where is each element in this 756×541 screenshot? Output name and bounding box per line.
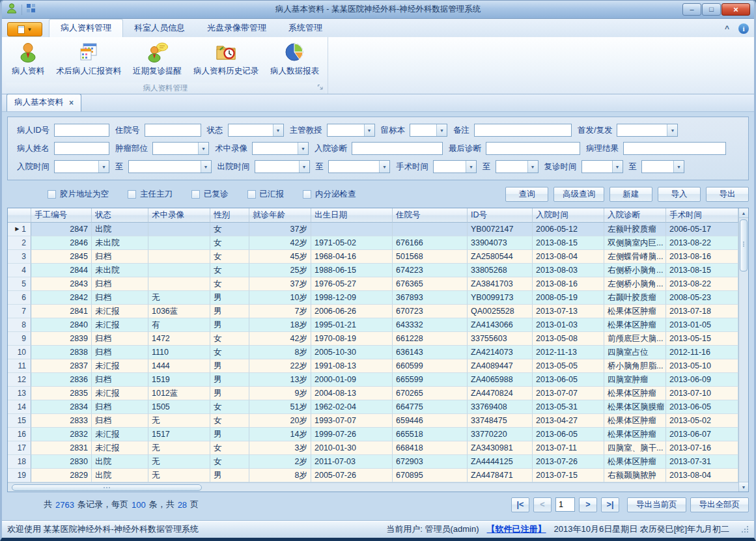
- table-row[interactable]: 112837未汇报1444男22岁1991-08-13660599ZA40894…: [8, 359, 738, 373]
- chevron-down-icon[interactable]: ▼: [612, 161, 623, 173]
- new-button[interactable]: 新建: [609, 187, 652, 202]
- chevron-down-icon[interactable]: ▼: [527, 161, 538, 173]
- intraop-video-combo-value[interactable]: [253, 143, 298, 154]
- chevron-down-icon[interactable]: ▼: [673, 161, 684, 173]
- app-menu-button[interactable]: ▼: [7, 22, 42, 36]
- table-row[interactable]: 82840未汇报有男18岁1995-01-21643332ZA414306620…: [8, 318, 738, 332]
- intraop-video-combo[interactable]: ▼: [252, 142, 309, 155]
- column-header-manual-no[interactable]: 手工编号: [31, 208, 92, 223]
- admission-date-to-combo-value[interactable]: [129, 161, 201, 173]
- surgery-date-from-combo[interactable]: ▼: [433, 160, 477, 173]
- status-combo-value[interactable]: [229, 124, 273, 136]
- table-row[interactable]: 62842归档无男10岁1998-12-09367893YB0099173200…: [8, 291, 738, 305]
- admission-diagnosis-input[interactable]: [352, 142, 443, 155]
- column-header-status[interactable]: 状态: [92, 208, 148, 223]
- checkbox-box-icon[interactable]: [191, 190, 200, 199]
- professor-combo-value[interactable]: [328, 124, 364, 136]
- admission-date-to-combo[interactable]: ▼: [128, 160, 212, 173]
- dialog-launcher-icon[interactable]: [317, 84, 324, 92]
- checkbox-film-address-empty[interactable]: 胶片地址为空: [48, 189, 109, 200]
- table-row[interactable]: 152833归档无女20岁1993-07-0765944633748475201…: [8, 414, 738, 428]
- close-tab-icon[interactable]: ×: [69, 99, 74, 107]
- prev-page-button[interactable]: <: [533, 497, 552, 512]
- table-row[interactable]: 52843归档女37岁1976-05-27676365ZA38417032013…: [8, 277, 738, 291]
- revisit-date-from-combo[interactable]: ▼: [581, 160, 623, 173]
- admission-date-from-combo-value[interactable]: [55, 161, 98, 173]
- admission-no-input[interactable]: [145, 124, 201, 137]
- export-current-page-button[interactable]: 导出当前页: [627, 497, 686, 512]
- patient-id-input[interactable]: [54, 124, 109, 137]
- scroll-up-icon[interactable]: ▲: [739, 208, 748, 218]
- checkbox-box-icon[interactable]: [128, 190, 136, 199]
- table-row[interactable]: 172831未汇报无女3岁2010-01-30668418ZA343098120…: [8, 441, 738, 455]
- chevron-down-icon[interactable]: ▼: [299, 161, 309, 173]
- table-row[interactable]: 162832未汇报1517男14岁1999-07-266655183377022…: [8, 428, 738, 441]
- ribbon-collapse-icon[interactable]: ^: [725, 24, 729, 33]
- chevron-down-icon[interactable]: ▼: [466, 161, 476, 173]
- tumor-site-combo-value[interactable]: [153, 143, 198, 154]
- horizontal-scrollbar[interactable]: [8, 482, 738, 492]
- table-row[interactable]: 32845归档女45岁1968-04-16501568ZA25805442013…: [8, 250, 738, 264]
- advanced-query-button[interactable]: 高级查询: [553, 187, 604, 202]
- discharge-date-from-combo-value[interactable]: [255, 161, 299, 173]
- final-diagnosis-input[interactable]: [486, 142, 580, 155]
- chevron-down-icon[interactable]: ▼: [298, 143, 308, 154]
- history-record-button[interactable]: 病人资料历史记录: [188, 39, 264, 79]
- help-icon[interactable]: i: [738, 23, 749, 34]
- discharge-date-from-combo[interactable]: ▼: [255, 160, 310, 173]
- column-header-intraop-video[interactable]: 术中录像: [148, 208, 210, 223]
- checkbox-endocrine-exam[interactable]: 内分泌检查: [303, 189, 356, 200]
- specimen-combo[interactable]: ▼: [410, 124, 447, 137]
- vscroll-thumb-icon[interactable]: [740, 219, 748, 271]
- column-header-surgery-date[interactable]: 手术时间: [666, 208, 738, 223]
- ribbon-tab-system[interactable]: 系统管理: [277, 20, 333, 37]
- column-header-admission-no[interactable]: 住院号: [393, 208, 468, 223]
- checkbox-box-icon[interactable]: [303, 190, 311, 199]
- minimize-button[interactable]: –: [682, 3, 701, 16]
- chevron-down-icon[interactable]: ▼: [273, 124, 283, 136]
- column-header-id-no[interactable]: ID号: [468, 208, 533, 223]
- last-page-button[interactable]: >|: [601, 497, 619, 512]
- discharge-date-to-combo[interactable]: ▼: [328, 160, 390, 173]
- surgery-date-to-combo-value[interactable]: [496, 161, 527, 173]
- import-button[interactable]: 导入: [658, 187, 701, 202]
- export-all-pages-button[interactable]: 导出全部页: [690, 497, 749, 512]
- checkbox-box-icon[interactable]: [247, 190, 256, 199]
- resize-grip-icon[interactable]: [741, 525, 749, 533]
- first-page-button[interactable]: |<: [511, 497, 529, 512]
- registered-link[interactable]: 【软件已注册】: [487, 523, 546, 535]
- column-header-row-indicator[interactable]: [8, 208, 31, 223]
- column-header-admission-diagnosis[interactable]: 入院诊断: [604, 208, 666, 223]
- scroll-down-icon[interactable]: ▼: [739, 482, 748, 492]
- vertical-scrollbar[interactable]: ▲ ▼: [738, 208, 748, 492]
- revisit-reminder-button[interactable]: 近期复诊提醒: [127, 39, 188, 79]
- checkbox-chief-as-surgeon[interactable]: 主任主刀: [128, 189, 173, 200]
- chevron-down-icon[interactable]: ▼: [436, 124, 447, 136]
- checkbox-reported[interactable]: 已汇报: [247, 189, 285, 200]
- chevron-down-icon[interactable]: ▼: [667, 124, 677, 136]
- table-row[interactable]: 42844未出院女25岁1988-06-15674223338052682013…: [8, 264, 738, 277]
- table-row[interactable]: 192829出院无男8岁2005-07-26670895ZA4478471201…: [8, 469, 738, 482]
- checkbox-revisited[interactable]: 已复诊: [191, 189, 229, 200]
- chevron-down-icon[interactable]: ▼: [364, 124, 374, 136]
- ribbon-tab-patient-data[interactable]: 病人资料管理: [49, 19, 123, 37]
- surgery-date-from-combo-value[interactable]: [434, 161, 466, 173]
- checkbox-box-icon[interactable]: [48, 190, 56, 199]
- next-page-button[interactable]: >: [579, 497, 597, 512]
- query-button[interactable]: 查询: [505, 187, 548, 202]
- maximize-button[interactable]: □: [702, 3, 721, 16]
- revisit-date-from-combo-value[interactable]: [582, 161, 612, 173]
- quick-access-icon[interactable]: [26, 3, 36, 16]
- table-row[interactable]: 142834归档1505女51岁1962-02-0466477533769408…: [8, 400, 738, 414]
- specimen-combo-value[interactable]: [410, 124, 436, 136]
- revisit-date-to-combo-value[interactable]: [642, 161, 673, 173]
- column-header-admission-date[interactable]: 入院时间: [533, 208, 604, 223]
- status-combo[interactable]: ▼: [228, 124, 284, 137]
- chevron-down-icon[interactable]: ▼: [198, 143, 208, 154]
- data-report-button[interactable]: 病人数据报表: [264, 39, 325, 79]
- column-header-birth-date[interactable]: 出生日期: [311, 208, 393, 223]
- doc-tab-patient-basic[interactable]: 病人基本资料 ×: [7, 94, 81, 111]
- chevron-down-icon[interactable]: ▼: [98, 161, 109, 173]
- export-button[interactable]: 导出: [706, 187, 749, 202]
- surgery-date-to-combo[interactable]: ▼: [496, 160, 539, 173]
